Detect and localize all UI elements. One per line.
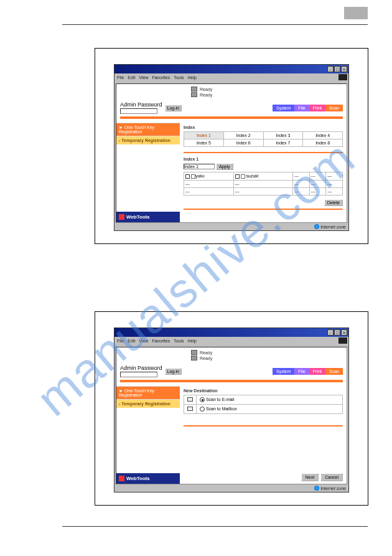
content-area: Ready Ready Admin Password Log-in System… [116,347,347,484]
cancel-button[interactable]: Cancel [320,473,343,481]
menu-favorites[interactable]: Favorites [152,75,170,80]
grid-cell: suzuki [233,172,292,181]
menu-file[interactable]: File [117,339,124,343]
dest-icon-cell [184,405,197,414]
menu-file[interactable]: File [117,75,124,80]
nav-tabs: System File Print Scan [273,105,343,111]
tab-print[interactable]: Print [309,105,325,111]
screenshot-frame-1: - □ × File Edit View Favorites Tools Hel… [95,48,368,244]
page-divider-top [62,24,368,25]
index-cell-7[interactable]: Index 7 [263,139,303,147]
screenshot-frame-2: - □ × File Edit View Favorites Tools Hel… [95,311,368,506]
menu-edit[interactable]: Edit [128,75,135,80]
entries-grid: yuko suzuki --- --- --- --- --- --- --- … [184,172,343,196]
index1-heading: Index 1 [184,157,343,161]
printer-icon [191,356,197,360]
index-cell-6[interactable]: Index 6 [223,139,263,147]
tab-system[interactable]: System [273,105,294,111]
menu-help[interactable]: Help [188,75,197,80]
menubar: File Edit View Favorites Tools Help [114,73,348,81]
webtools-badge[interactable]: WebTools [116,473,180,484]
admin-password-label: Admin Password [120,365,162,371]
tab-system[interactable]: System [273,368,294,375]
status-ready-2: Ready [200,93,212,97]
grid-cell: --- [292,180,309,187]
device-status: Ready Ready [116,84,347,97]
orange-sep-2 [184,209,343,210]
printer-icon [191,87,197,92]
login-button[interactable]: Log-in [165,368,182,375]
grid-cell: --- [309,172,326,181]
grid-cell: --- [326,172,343,181]
orange-divider [120,380,343,382]
index-name-input[interactable] [184,164,215,169]
globe-icon [314,486,319,491]
checkbox-icon[interactable] [235,174,240,179]
index-cell-1[interactable]: Index 1 [184,132,224,139]
tab-print[interactable]: Print [309,368,325,375]
apply-button[interactable]: Apply [216,163,233,170]
edit-icon[interactable] [241,174,245,179]
status-ready-1: Ready [200,87,212,92]
index-cell-8[interactable]: Index 8 [303,139,343,147]
dest-option-email: Scan to E-mail [197,395,343,405]
page-corner-tab [344,7,368,19]
menu-help[interactable]: Help [188,339,197,343]
admin-password-label: Admin Password [120,101,162,108]
grid-cell: --- [184,180,234,187]
grid-cell: --- [326,180,343,187]
statusbar: Internet zone [114,223,348,230]
menu-view[interactable]: View [139,75,148,80]
webtools-label: WebTools [126,214,149,220]
edit-icon[interactable] [191,174,195,179]
tab-file[interactable]: File [294,368,309,375]
next-button[interactable]: Next [301,473,319,481]
menu-favorites[interactable]: Favorites [152,339,170,343]
browser-logo-icon [338,74,347,80]
sidebar-temporary[interactable]: - Temporary Registration [116,399,180,408]
index-cell-2[interactable]: Index 2 [223,132,263,139]
admin-password-input[interactable] [120,108,157,114]
grid-cell: yuko [184,172,234,181]
browser-window: - □ × File Edit View Favorites Tools Hel… [114,64,349,231]
menu-tools[interactable]: Tools [174,75,184,80]
min-icon[interactable]: - [327,329,334,336]
index-name-row: Apply [184,163,343,170]
menu-tools[interactable]: Tools [174,339,184,343]
tab-scan[interactable]: Scan [325,105,343,111]
admin-password-input[interactable] [120,372,157,377]
sidebar-one-touch[interactable]: ► One-Touch Key Registration [116,386,180,399]
grid-cell: --- [326,187,343,195]
close-icon[interactable]: × [341,66,347,72]
min-icon[interactable]: - [327,66,334,72]
radio-mailbox[interactable] [200,407,205,412]
tab-file[interactable]: File [294,105,309,111]
main-area: ► One-Touch Key Registration - Temporary… [116,123,347,222]
statusbar-text: Internet zone [320,486,346,491]
checkbox-icon[interactable] [185,174,190,179]
grid-cell: --- [309,180,326,187]
max-icon[interactable]: □ [334,66,340,72]
delete-button[interactable]: Delete [324,199,343,206]
webtools-badge[interactable]: WebTools [116,212,180,222]
orange-divider [120,116,343,119]
radio-email[interactable] [200,397,205,402]
menu-view[interactable]: View [139,339,148,343]
index-cell-3[interactable]: Index 3 [263,132,303,139]
page-divider-bottom [62,526,368,527]
index-cell-4[interactable]: Index 4 [303,132,343,139]
index-cell-5[interactable]: Index 5 [184,139,224,147]
webtools-label: WebTools [126,476,149,481]
sidebar: ► One-Touch Key Registration - Temporary… [116,123,180,222]
close-icon[interactable]: × [341,329,347,336]
login-button[interactable]: Log-in [165,105,182,111]
browser-window: - □ × File Edit View Favorites Tools Hel… [114,327,349,492]
webtools-icon [119,214,124,220]
printer-icon [191,92,197,97]
sidebar-one-touch[interactable]: ► One-Touch Key Registration [116,123,180,136]
max-icon[interactable]: □ [334,329,340,336]
menu-edit[interactable]: Edit [128,339,135,343]
sidebar-temporary[interactable]: - Temporary Registration [116,136,180,144]
wizard-buttons: Next Cancel [184,468,343,481]
tab-scan[interactable]: Scan [325,368,343,375]
